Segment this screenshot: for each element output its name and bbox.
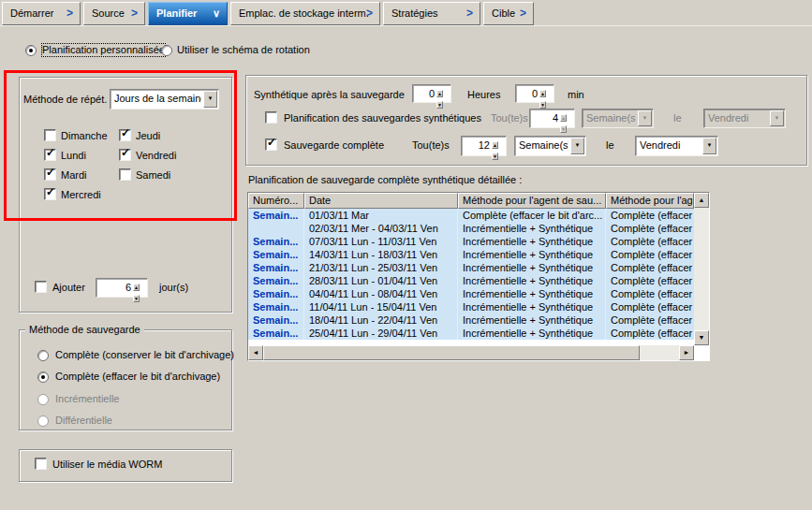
- table-row[interactable]: Semain... 28/03/11 Lun - 01/04/11 Ven In…: [248, 274, 694, 287]
- chevron-right-icon: >: [520, 7, 526, 20]
- synthetic-minutes-spinner[interactable]: 0 ▲ ▼: [515, 84, 554, 103]
- full-backup-label[interactable]: Sauvegarde complète: [284, 139, 384, 152]
- tab-strategies[interactable]: Stratégies >: [383, 2, 480, 25]
- column-header-numero[interactable]: Numéro...: [248, 193, 304, 209]
- horizontal-scrollbar-thumb[interactable]: [263, 345, 640, 360]
- differential-radio: [37, 415, 49, 427]
- table-row[interactable]: Semain... 18/04/11 Lun - 22/04/11 Ven In…: [248, 313, 694, 327]
- rotation-scheme-label[interactable]: Utiliser le schéma de rotation: [177, 44, 310, 56]
- cell-method-ag: Complète (effacer: [606, 222, 694, 235]
- cell-date: 04/04/11 Lun - 08/04/11 Ven: [304, 287, 458, 300]
- cell-semaine: Semain...: [248, 327, 304, 340]
- synthetic-schedule-label[interactable]: Planification des sauvegardes synthétiqu…: [284, 112, 481, 124]
- tab-emplacement-stockage[interactable]: Emplac. de stockage interm. >: [230, 2, 380, 25]
- add-days-label[interactable]: Ajouter: [52, 282, 85, 294]
- table-row[interactable]: Semain... 11/04/11 Lun - 15/04/11 Ven In…: [248, 300, 694, 313]
- table-row[interactable]: Semain... 07/03/11 Lun - 11/03/11 Ven In…: [248, 235, 694, 248]
- tab-label: Planifier: [156, 7, 197, 19]
- worm-label[interactable]: Utiliser le média WORM: [52, 459, 162, 471]
- cell-method-agent: Incrémentielle + Synthétique: [458, 313, 606, 327]
- full-backup-checkbox[interactable]: ✓: [265, 138, 277, 151]
- cell-method-ag: Complète (effacer: [606, 274, 694, 287]
- add-days-unit-label: jour(s): [159, 282, 188, 294]
- full-keep-archive-bit-radio[interactable]: [37, 350, 49, 361]
- combobox-value: Vendredi: [640, 139, 701, 151]
- table-row[interactable]: Semain... 14/03/11 Lun - 18/03/11 Ven In…: [248, 248, 694, 261]
- add-days-checkbox[interactable]: [35, 281, 47, 293]
- spinner-down-icon[interactable]: ▼: [133, 295, 140, 302]
- tab-demarrer[interactable]: Démarrer >: [2, 2, 81, 25]
- chevron-right-icon: >: [466, 7, 473, 20]
- tab-planifier[interactable]: Planifier ∨: [148, 2, 228, 25]
- cell-method-agent: Complète (effacer le bit d'arc...: [458, 209, 606, 222]
- synthetic-schedule-checkbox[interactable]: [265, 111, 277, 124]
- cell-semaine: Semain...: [248, 274, 304, 287]
- cell-semaine: Semain...: [248, 209, 304, 222]
- rotation-scheme-radio[interactable]: [161, 45, 172, 56]
- cell-method-ag: Complète (effacer: [606, 235, 694, 248]
- dropdown-arrow-icon[interactable]: ▼: [702, 138, 716, 154]
- annotation-rectangle: [4, 70, 237, 221]
- spinner-down-icon[interactable]: ▼: [539, 101, 546, 109]
- scroll-right-icon[interactable]: ►: [679, 345, 694, 360]
- cell-semaine: [248, 222, 304, 235]
- worm-checkbox[interactable]: [35, 458, 47, 470]
- combobox-value: Semaine(s): [519, 139, 568, 151]
- table-row[interactable]: Semain... 25/04/11 Lun - 29/04/11 Ven In…: [248, 327, 694, 340]
- column-header-date[interactable]: Date: [304, 193, 458, 209]
- spinner-up-icon[interactable]: ▲: [539, 90, 546, 97]
- full-backup-unit-combobox[interactable]: Semaine(s) ▼: [514, 136, 586, 156]
- chevron-right-icon: >: [66, 7, 73, 20]
- spinner-value: 0: [532, 88, 538, 99]
- vertical-scrollbar-track[interactable]: [694, 193, 709, 345]
- spinner-down-icon[interactable]: ▼: [492, 153, 498, 160]
- synthetic-after-label: Synthétique après la sauvegarde: [254, 89, 405, 101]
- column-header-method-agent[interactable]: Méthode pour l'agent de sau...: [458, 193, 606, 209]
- spinner-up-icon[interactable]: ▲: [492, 141, 498, 149]
- add-days-spinner[interactable]: 6 ▲ ▼: [96, 278, 148, 298]
- table-row[interactable]: Semain... 01/03/11 Mar Complète (effacer…: [248, 209, 694, 222]
- full-backup-every-spinner[interactable]: 12 ▲ ▼: [461, 136, 507, 156]
- full-clear-archive-bit-radio[interactable]: [37, 372, 49, 383]
- column-header-method-ag[interactable]: Méthode pour l'ag: [606, 193, 694, 209]
- full-backup-every-label: Tou(te)s: [412, 139, 450, 152]
- spinner-down-icon[interactable]: ▼: [436, 101, 443, 109]
- synthetic-hours-spinner[interactable]: 0 ▲ ▼: [412, 84, 451, 103]
- spinner-value: 12: [479, 139, 490, 151]
- table-row[interactable]: Semain... 04/04/11 Lun - 08/04/11 Ven In…: [248, 287, 694, 300]
- table-row[interactable]: 02/03/11 Mer - 04/03/11 Ven Incrémentiel…: [248, 222, 694, 235]
- tab-source[interactable]: Source >: [83, 2, 145, 25]
- scroll-up-icon[interactable]: ▲: [694, 193, 709, 208]
- cell-semaine: Semain...: [248, 235, 304, 248]
- scroll-down-icon[interactable]: ▼: [694, 330, 709, 345]
- dropdown-arrow-icon: ▼: [638, 110, 652, 126]
- scroll-left-icon[interactable]: ◄: [248, 345, 263, 360]
- synthetic-unit-combobox: Semaine(s) ▼: [582, 109, 654, 128]
- tab-label: Source: [92, 7, 125, 19]
- full-keep-archive-bit-label[interactable]: Complète (conserver le bit d'archivage): [55, 349, 234, 361]
- cell-semaine: Semain...: [248, 313, 304, 327]
- cell-method-ag: Complète (effacer: [606, 300, 694, 313]
- synthetic-on-label: le: [673, 112, 682, 124]
- cell-date: 11/04/11 Lun - 15/04/11 Ven: [304, 300, 458, 313]
- chevron-right-icon: >: [131, 7, 138, 20]
- full-backup-day-combobox[interactable]: Vendredi ▼: [635, 136, 718, 156]
- cell-method-agent: Incrémentielle + Synthétique: [458, 222, 606, 235]
- tab-label: Cible: [492, 7, 515, 19]
- spinner-up-icon[interactable]: ▲: [133, 284, 140, 291]
- spinner-up-icon: ▲: [560, 114, 567, 122]
- combobox-value: Semaine(s): [586, 112, 636, 124]
- cell-date: 07/03/11 Lun - 11/03/11 Ven: [304, 235, 458, 248]
- combobox-value: Vendredi: [708, 112, 768, 124]
- spinner-up-icon[interactable]: ▲: [436, 90, 443, 97]
- incremental-label: Incrémentielle: [55, 393, 119, 405]
- cell-method-ag: Complète (effacer: [606, 327, 694, 340]
- tab-cible[interactable]: Cible >: [483, 2, 534, 25]
- table-row[interactable]: Semain... 21/03/11 Lun - 25/03/11 Ven In…: [248, 261, 694, 274]
- custom-schedule-radio[interactable]: [25, 45, 37, 56]
- cell-method-agent: Incrémentielle + Synthétique: [458, 327, 606, 340]
- cell-method-agent: Incrémentielle + Synthétique: [458, 300, 606, 313]
- dropdown-arrow-icon[interactable]: ▼: [570, 138, 584, 154]
- full-clear-archive-bit-label[interactable]: Complète (effacer le bit d'archivage): [55, 371, 220, 383]
- custom-schedule-label[interactable]: Planification personnalisée: [42, 44, 165, 56]
